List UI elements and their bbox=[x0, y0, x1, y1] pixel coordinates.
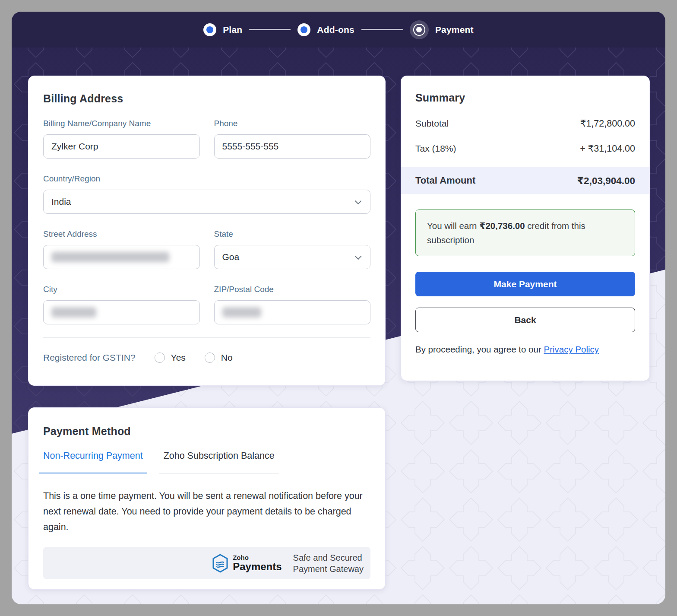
brand-payments: Payments bbox=[233, 561, 282, 572]
gstin-yes-radio[interactable]: Yes bbox=[155, 352, 186, 363]
checkout-stepper: Plan Add-ons Payment bbox=[203, 20, 474, 39]
total-amount-value: ₹2,03,904.00 bbox=[577, 175, 635, 187]
gstin-yes-label: Yes bbox=[171, 352, 186, 363]
gateway-tagline: Safe and Secured Payment Gateway bbox=[293, 552, 364, 575]
radio-unchecked-icon bbox=[155, 352, 165, 363]
tagline-line-2: Payment Gateway bbox=[293, 563, 364, 575]
agreement-prefix: By proceeding, you agree to our bbox=[415, 344, 544, 354]
summary-title: Summary bbox=[415, 92, 635, 104]
country-value: India bbox=[51, 197, 71, 207]
redacted-zip-value bbox=[222, 307, 262, 318]
zip-input[interactable] bbox=[214, 300, 371, 324]
billing-divider bbox=[43, 337, 370, 338]
country-label: Country/Region bbox=[43, 174, 370, 184]
zoho-payments-brand: Zoho Payments bbox=[212, 554, 282, 573]
tax-label: Tax (18%) bbox=[415, 143, 456, 154]
gstin-question-row: Registered for GSTIN? Yes No bbox=[43, 352, 370, 363]
step-plan[interactable]: Plan bbox=[203, 23, 242, 36]
payment-method-description: This is a one time payment. You will be … bbox=[43, 488, 370, 535]
credit-note-prefix: You will earn bbox=[427, 221, 479, 231]
subtotal-label: Subtotal bbox=[415, 118, 449, 129]
total-amount-label: Total Amount bbox=[415, 175, 475, 186]
zoho-payments-icon bbox=[212, 554, 228, 573]
billing-address-title: Billing Address bbox=[43, 92, 370, 105]
city-input[interactable] bbox=[43, 300, 200, 324]
zoho-payments-wordmark: Zoho Payments bbox=[233, 554, 282, 572]
credit-note-amount: ₹20,736.00 bbox=[479, 221, 525, 231]
country-select[interactable]: India bbox=[43, 190, 370, 214]
back-button[interactable]: Back bbox=[415, 308, 635, 332]
subtotal-value: ₹1,72,800.00 bbox=[580, 118, 635, 129]
phone-label: Phone bbox=[214, 119, 371, 128]
redacted-city-value bbox=[51, 307, 96, 318]
chevron-down-icon bbox=[355, 197, 362, 204]
city-label: City bbox=[43, 285, 200, 294]
step-payment-radio-icon bbox=[410, 20, 429, 39]
stepper-connector bbox=[361, 29, 403, 30]
state-label: State bbox=[214, 229, 371, 239]
step-addons-label: Add-ons bbox=[317, 25, 354, 35]
brand-zoho: Zoho bbox=[233, 554, 282, 561]
subtotal-row: Subtotal ₹1,72,800.00 bbox=[415, 118, 635, 129]
street-input[interactable] bbox=[43, 245, 200, 269]
step-plan-label: Plan bbox=[223, 25, 242, 35]
payment-method-card: Payment Method Non-Recurring Payment Zoh… bbox=[28, 407, 386, 590]
credit-earn-note: You will earn ₹20,736.00 credit from thi… bbox=[415, 210, 635, 256]
chevron-down-icon bbox=[355, 253, 362, 260]
agreement-text: By proceeding, you agree to our Privacy … bbox=[415, 344, 635, 355]
checkout-window: Plan Add-ons Payment Billing Address Bil… bbox=[12, 12, 665, 604]
gstin-no-radio[interactable]: No bbox=[205, 352, 233, 363]
state-select[interactable]: Goa bbox=[214, 245, 371, 269]
summary-card: Summary Subtotal ₹1,72,800.00 Tax (18%) … bbox=[401, 76, 650, 381]
privacy-policy-link[interactable]: Privacy Policy bbox=[544, 344, 599, 354]
street-label: Street Address bbox=[43, 229, 200, 239]
step-payment[interactable]: Payment bbox=[410, 20, 474, 39]
payment-method-title: Payment Method bbox=[43, 425, 370, 438]
gstin-question-label: Registered for GSTIN? bbox=[43, 352, 136, 363]
payment-method-tabs: Non-Recurring Payment Zoho Subscription … bbox=[43, 451, 370, 473]
redacted-street-value bbox=[51, 252, 169, 262]
radio-unchecked-icon bbox=[205, 352, 215, 363]
billing-name-value: Zylker Corp bbox=[51, 141, 98, 152]
tax-value: + ₹31,104.00 bbox=[580, 143, 635, 154]
tab-non-recurring-payment[interactable]: Non-Recurring Payment bbox=[43, 451, 143, 473]
phone-input[interactable]: 5555-555-555 bbox=[214, 134, 371, 159]
step-addons-radio-icon bbox=[297, 23, 310, 36]
state-value: Goa bbox=[222, 252, 240, 262]
tax-row: Tax (18%) + ₹31,104.00 bbox=[415, 143, 635, 154]
step-payment-label: Payment bbox=[435, 25, 474, 35]
tab-zoho-subscription-balance[interactable]: Zoho Subscription Balance bbox=[164, 451, 275, 473]
gstin-no-label: No bbox=[221, 352, 233, 363]
billing-name-input[interactable]: Zylker Corp bbox=[43, 134, 200, 159]
zip-label: ZIP/Postal Code bbox=[214, 285, 371, 294]
billing-address-card: Billing Address Billing Name/Company Nam… bbox=[28, 76, 386, 386]
gateway-strip: Zoho Payments Safe and Secured Payment G… bbox=[43, 547, 370, 579]
billing-name-label: Billing Name/Company Name bbox=[43, 119, 200, 128]
make-payment-button[interactable]: Make Payment bbox=[415, 272, 635, 296]
phone-value: 5555-555-555 bbox=[222, 141, 279, 152]
total-amount-row: Total Amount ₹2,03,904.00 bbox=[401, 167, 649, 194]
wizard-header: Plan Add-ons Payment bbox=[12, 12, 665, 48]
step-addons[interactable]: Add-ons bbox=[297, 23, 354, 36]
stepper-connector bbox=[249, 29, 291, 30]
tagline-line-1: Safe and Secured bbox=[293, 552, 364, 563]
step-plan-radio-icon bbox=[203, 23, 216, 36]
